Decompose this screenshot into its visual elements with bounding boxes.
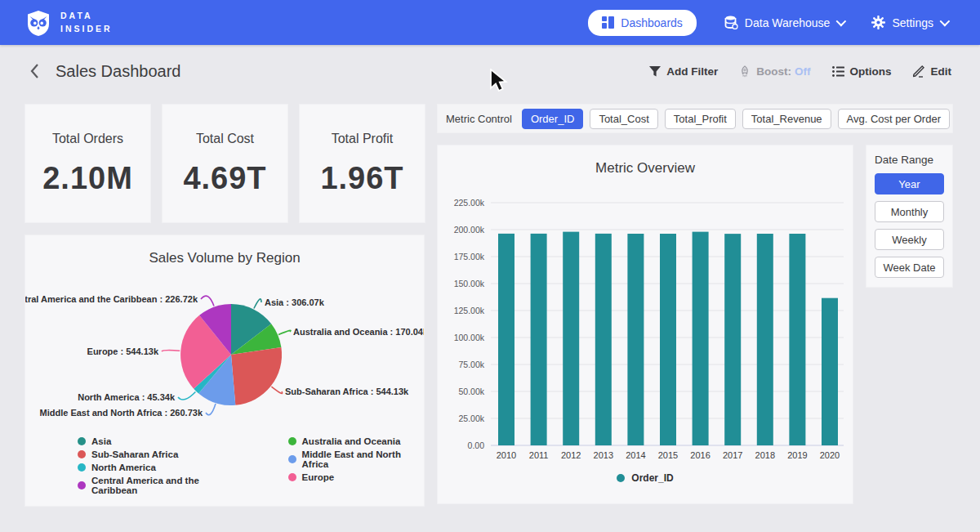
bar-2019[interactable] (789, 234, 805, 445)
pie-slice-label: Middle East and North Africa : 260.73k (40, 408, 203, 418)
y-axis-tick-label: 100.00k (454, 333, 485, 342)
nav-item-label: Settings (892, 16, 933, 29)
legend-item-sub-saharan-africa[interactable]: Sub-Saharan Africa (78, 449, 241, 459)
bar-2012[interactable] (563, 232, 579, 445)
x-axis-tick-label: 2013 (594, 450, 613, 460)
legend-column: Australia and OceaniaMiddle East and Nor… (288, 436, 424, 495)
kpi-label: Total Cost (196, 132, 254, 146)
kpi-label: Total Profit (332, 132, 394, 146)
legend-column: AsiaSub-Saharan AfricaNorth AmericaCentr… (78, 436, 241, 495)
bar-2015[interactable] (660, 234, 676, 445)
pie-slice-label: Europe : 544.13k (87, 346, 159, 356)
metric-button-order-id[interactable]: Order_ID (522, 109, 583, 129)
boost-toggle[interactable]: Boost: Off (739, 65, 810, 78)
bar-2010[interactable] (498, 234, 514, 445)
gear-icon (871, 16, 885, 29)
y-axis-tick-label: 225.00k (454, 198, 485, 208)
kpi-value: 1.96T (320, 161, 403, 196)
x-axis-tick-label: 2018 (755, 450, 775, 460)
pie-legend: AsiaSub-Saharan AfricaNorth AmericaCentr… (78, 436, 424, 495)
nav-item-data-warehouse[interactable]: Data Warehouse (724, 16, 844, 29)
bar-2014[interactable] (627, 234, 644, 445)
date-range-button-weekly[interactable]: Weekly (875, 229, 944, 250)
options-button[interactable]: Options (832, 65, 892, 78)
legend-item-europe[interactable]: Europe (288, 472, 424, 482)
sales-dashboard-page: DATA INSIDER Dashboards D (0, 0, 980, 532)
x-axis-tick-label: 2020 (820, 450, 840, 460)
y-axis-tick-label: 25.00k (458, 414, 484, 423)
legend-label: Order_ID (631, 472, 673, 484)
x-axis-tick-label: 2012 (561, 450, 581, 460)
bar-legend: Order_ID (438, 472, 853, 484)
bar-chart-title: Metric Overview (438, 145, 853, 177)
nav-item-label: Dashboards (621, 16, 683, 29)
bar-2020[interactable] (822, 298, 838, 445)
rocket-icon (739, 65, 751, 78)
legend-dot (617, 474, 625, 482)
legend-item-central-america-and-the-caribbean[interactable]: Central America and the Caribbean (78, 476, 241, 495)
legend-label: Sub-Saharan Africa (91, 449, 178, 459)
legend-item-north-america[interactable]: North America (78, 463, 241, 472)
metric-button-total-revenue[interactable]: Total_Revenue (742, 109, 831, 129)
x-axis-tick-label: 2011 (529, 450, 549, 460)
metric-button-total-cost[interactable]: Total_Cost (590, 109, 657, 129)
bar-2018[interactable] (757, 234, 773, 445)
x-axis-tick-label: 2019 (787, 450, 807, 460)
pie-leader-line (254, 299, 261, 309)
nav-item-dashboards[interactable]: Dashboards (588, 10, 697, 36)
kpi-card-total-profit: Total Profit1.96T (299, 104, 425, 223)
edit-pencil-icon (913, 65, 925, 78)
dashboard-header: Sales Dashboard Add Filter Boost: Off (0, 45, 980, 97)
date-range-buttons: YearMonthlyWeeklyWeek Date (875, 173, 944, 278)
boost-value: Off (795, 65, 811, 78)
legend-dot (78, 437, 86, 445)
bar-2011[interactable] (531, 234, 547, 445)
legend-dot (288, 473, 296, 481)
legend-item-australia-and-oceania[interactable]: Australia and Oceania (288, 436, 424, 446)
date-range-button-year[interactable]: Year (875, 173, 944, 194)
owl-logo-icon (24, 9, 52, 37)
metric-button-total-profit[interactable]: Total_Profit (665, 109, 736, 129)
top-navbar: DATA INSIDER Dashboards D (0, 0, 980, 45)
pie-chart-title: Sales Volume by Region (25, 235, 424, 266)
date-range-panel: Date Range YearMonthlyWeeklyWeek Date (866, 145, 953, 288)
pie-slice-sub-saharan-africa[interactable] (231, 347, 282, 405)
bar-2013[interactable] (595, 234, 612, 445)
sales-volume-by-region-card: Sales Volume by Region Asia : 306.07kAus… (24, 235, 425, 507)
y-axis-tick-label: 0.00 (468, 440, 485, 450)
x-axis-tick-label: 2014 (626, 450, 645, 460)
legend-label: Asia (91, 436, 111, 446)
legend-dot (78, 481, 86, 490)
date-range-button-monthly[interactable]: Monthly (875, 201, 944, 222)
pie-leader-line (278, 330, 291, 334)
kpi-label: Total Orders (52, 132, 123, 146)
legend-item-middle-east-and-north-africa[interactable]: Middle East and North Africa (288, 449, 424, 469)
bar-2017[interactable] (724, 234, 741, 445)
pie-leader-line (162, 351, 180, 351)
header-actions: Add Filter Boost: Off (649, 65, 951, 78)
pie-slice-label: Sub-Saharan Africa : 544.13k (285, 387, 409, 396)
legend-dot (288, 455, 296, 463)
legend-item-asia[interactable]: Asia (78, 436, 241, 446)
y-axis-tick-label: 50.00k (458, 387, 484, 396)
legend-label: Australia and Oceania (302, 436, 401, 446)
pie-leader-line (201, 296, 214, 306)
add-filter-button[interactable]: Add Filter (649, 65, 718, 78)
options-list-icon (832, 66, 844, 77)
legend-dot (288, 437, 296, 445)
pie-leader-line (178, 392, 195, 400)
bar-2016[interactable] (693, 232, 709, 445)
kpi-card-row: Total Orders2.10MTotal Cost4.69TTotal Pr… (24, 104, 425, 223)
kpi-value: 4.69T (183, 161, 266, 196)
kpi-card-total-cost: Total Cost4.69T (162, 104, 288, 223)
back-button[interactable] (24, 61, 44, 81)
metric-button-avg-cost-per-order[interactable]: Avg. Cost per Order (838, 109, 950, 129)
metric-overview-bar-chart: 0.0025.00k50.00k75.00k100.00k125.00k150.… (438, 185, 853, 467)
metric-overview-card: Metric Overview 0.0025.00k50.00k75.00k10… (437, 145, 853, 504)
edit-button[interactable]: Edit (913, 65, 952, 78)
nav-item-settings[interactable]: Settings (871, 16, 947, 29)
kpi-value: 2.10M (42, 161, 133, 196)
brand-logo[interactable]: DATA INSIDER (24, 9, 113, 37)
filter-funnel-icon (649, 66, 661, 77)
date-range-button-week-date[interactable]: Week Date (875, 257, 944, 278)
